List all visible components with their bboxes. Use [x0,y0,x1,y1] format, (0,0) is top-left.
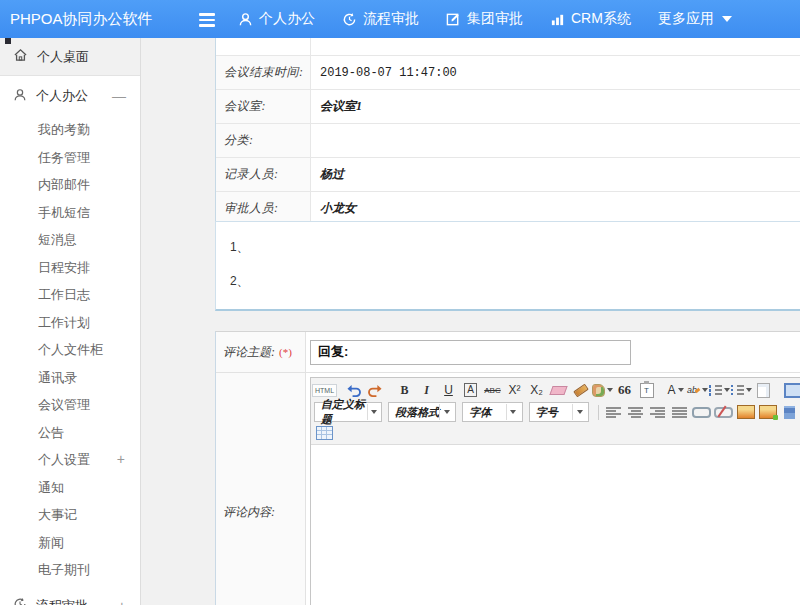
nav-label: 流程审批 [363,10,419,28]
person-icon [238,12,253,27]
bar-chart-icon [550,12,565,27]
table-row-category: 分类: [216,124,800,158]
sidebar-item-e-journal[interactable]: 电子期刊 [0,556,140,584]
sidebar-item-my-attendance[interactable]: 我的考勤 [0,116,140,144]
palette-icon[interactable] [592,380,613,400]
boxed-a-button[interactable]: A [460,380,481,400]
comment-content-label-cell: 评论内容: [216,373,306,605]
sidebar-item-task-management[interactable]: 任务管理 [0,144,140,172]
heading-select[interactable]: 自定义标题 [314,402,382,422]
rich-text-editor: HTML B I U A ABC X² X₂ [310,377,800,605]
subscript-button[interactable]: X₂ [526,380,547,400]
link-icon[interactable] [691,402,712,422]
html-source-button[interactable]: HTML [314,380,335,400]
unlink-icon[interactable] [713,402,734,422]
caret-down-icon [572,404,586,420]
sidebar-submenu: 我的考勤 任务管理 内部邮件 手机短信 短消息 日程安排 工作日志 工作计划 个… [0,116,140,586]
required-mark: (*) [279,346,292,358]
undo-icon[interactable] [343,380,364,400]
expand-icon[interactable]: + [117,446,125,474]
sidebar-item-personal-files[interactable]: 个人文件柜 [0,336,140,364]
upload-image-icon[interactable] [757,402,778,422]
nav-label: 集团审批 [467,10,523,28]
sidebar-item-work-log[interactable]: 工作日志 [0,281,140,309]
field-value: 杨过 [311,158,800,191]
nav-item-personal-office[interactable]: 个人办公 [238,10,315,28]
nav-label: 更多应用 [658,10,714,28]
sidebar-item-schedule[interactable]: 日程安排 [0,254,140,282]
insert-media-icon[interactable] [779,402,800,422]
underline-button[interactable]: U [438,380,459,400]
nav-item-crm[interactable]: CRM系统 [550,10,631,28]
sidebar-item-news[interactable]: 新闻 [0,529,140,557]
person-icon [13,88,27,105]
sidebar-item-personal-settings[interactable]: 个人设置 + [0,446,140,474]
app-window: PHPOA协同办公软件 个人办公 流程审批 集团审批 [0,0,800,605]
ordered-list-button[interactable] [709,380,730,400]
field-value: 会议室1 [311,90,800,123]
nav-item-workflow-approval[interactable]: 流程审批 [342,10,419,28]
comment-content-row: 评论内容: HTML B I U [216,373,800,605]
meeting-content-box: 1、 2、 [215,221,800,311]
paste-plain-icon[interactable]: T [636,380,657,400]
bold-button[interactable]: B [394,380,415,400]
remove-format-icon[interactable] [548,380,569,400]
nav-label: CRM系统 [571,10,631,28]
home-icon [13,48,28,65]
redo-icon[interactable] [365,380,386,400]
font-size-select[interactable]: 字号 [529,402,589,422]
fullscreen-icon[interactable] [782,380,800,400]
content-line: 1、 [230,239,800,256]
expand-icon[interactable]: + [118,599,126,605]
sidebar-item-label: 个人设置 [38,452,90,467]
sidebar-item-big-events[interactable]: 大事记 [0,501,140,529]
field-label-cell [216,38,311,55]
hamburger-menu-icon[interactable] [199,13,215,30]
sidebar-item-meeting-management[interactable]: 会议管理 [0,391,140,419]
sidebar-section-personal-office[interactable]: 个人办公 — [0,76,140,116]
sidebar-section-label: 个人办公 [36,87,88,105]
sidebar-item-contacts[interactable]: 通讯录 [0,364,140,392]
content-line: 2、 [230,273,800,290]
field-value [311,124,800,157]
sidebar-item-announcement[interactable]: 公告 [0,419,140,447]
font-family-select[interactable]: 字体 [462,402,522,422]
sidebar-item-mobile-sms[interactable]: 手机短信 [0,199,140,227]
insert-table-icon[interactable] [314,423,335,443]
paragraph-format-select[interactable]: 段落格式 [388,402,456,422]
nav-item-group-approval[interactable]: 集团审批 [446,10,523,28]
toolbar-row-2: 自定义标题 段落格式 字体 [314,401,800,423]
comment-subject-row: 评论主题: (*) [216,332,800,373]
sidebar-item-personal-desktop[interactable]: 个人桌面 [0,38,140,76]
sidebar-item-notice[interactable]: 通知 [0,474,140,502]
italic-button[interactable]: I [416,380,437,400]
toolbar-row-3 [314,423,800,443]
table-row-recorder: 记录人员: 杨过 [216,158,800,192]
font-color-button[interactable]: A [665,380,686,400]
format-brush-icon[interactable] [570,380,591,400]
align-right-icon[interactable] [647,402,668,422]
nav-item-more-apps[interactable]: 更多应用 [658,10,732,28]
superscript-button[interactable]: X² [504,380,525,400]
sidebar-item-internal-mail[interactable]: 内部邮件 [0,171,140,199]
field-label: 评论主题: [223,344,275,361]
align-center-icon[interactable] [625,402,646,422]
insert-image-icon[interactable] [735,402,756,422]
align-left-icon[interactable] [603,402,624,422]
sidebar-item-short-message[interactable]: 短消息 [0,226,140,254]
sidebar-item-label: 个人桌面 [37,48,89,66]
highlight-color-button[interactable]: ab [687,380,708,400]
editor-content-area[interactable] [311,445,800,605]
sidebar-section-workflow-approval[interactable]: 流程审批 + [0,586,140,605]
collapse-icon[interactable]: — [112,89,126,103]
strikethrough-button[interactable]: ABC [482,380,503,400]
sidebar-item-work-plan[interactable]: 工作计划 [0,309,140,337]
comment-subject-input[interactable] [310,340,631,365]
comment-form-table: 评论主题: (*) 评论内容: HTML [215,331,800,605]
comment-subject-label-cell: 评论主题: (*) [216,332,306,372]
top-header-bar: PHPOA协同办公软件 个人办公 流程审批 集团审批 [0,0,800,38]
unordered-list-button[interactable] [731,380,752,400]
justify-icon[interactable] [669,402,690,422]
new-page-icon[interactable] [753,380,774,400]
blockquote-button[interactable]: 66 [614,380,635,400]
